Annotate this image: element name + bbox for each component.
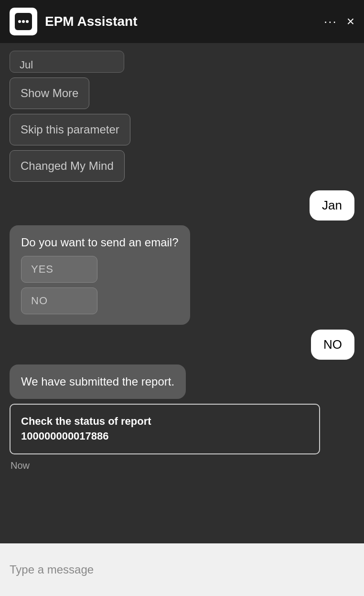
input-area [0,543,364,596]
skip-parameter-button[interactable]: Skip this parameter [10,114,130,145]
user-message-no: NO [311,330,354,360]
app-icon [10,8,37,35]
header-actions: ··· × [324,14,354,29]
yes-button[interactable]: YES [21,256,97,283]
partial-button-area: Jul [10,51,354,73]
app-title: EPM Assistant [45,14,324,29]
no-button[interactable]: NO [21,287,97,314]
message-input[interactable] [10,563,354,576]
chat-area: Jul Show More Skip this parameter Change… [0,43,364,543]
check-status-button[interactable]: Check the status of report 1000000000178… [10,404,320,454]
yesno-buttons: YES NO [21,256,179,314]
partial-jul-button[interactable]: Jul [10,51,124,73]
svg-point-1 [18,20,21,23]
header: EPM Assistant ··· × [0,0,364,43]
action-buttons-group: Show More Skip this parameter Changed My… [10,77,354,182]
more-options-button[interactable]: ··· [324,14,337,29]
timestamp: Now [11,460,354,471]
user-message-jan: Jan [310,190,354,221]
email-question-bubble: Do you want to send an email? YES NO [10,225,190,325]
submitted-bubble: We have submitted the report. [10,364,186,399]
close-button[interactable]: × [347,14,354,29]
email-question-text: Do you want to send an email? [21,236,179,249]
show-more-button[interactable]: Show More [10,77,89,109]
svg-point-2 [22,20,25,23]
svg-point-3 [26,20,29,23]
changed-my-mind-button[interactable]: Changed My Mind [10,150,125,182]
